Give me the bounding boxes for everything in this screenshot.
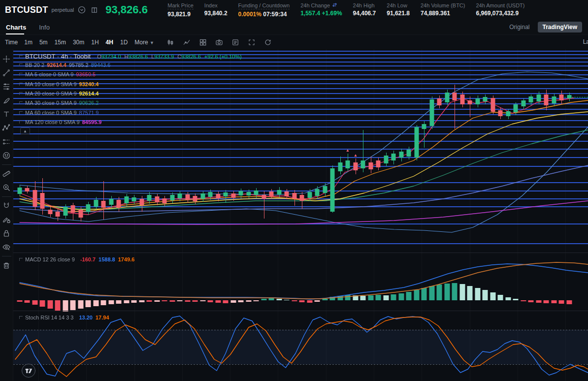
fib-retracement-icon[interactable] [0, 80, 12, 94]
chart-style-icon[interactable] [164, 37, 176, 48]
tab-charts[interactable]: Charts [6, 20, 26, 34]
indicator-value: 13.20 [79, 315, 93, 320]
more-timeframes-button[interactable]: More ▼ [131, 38, 158, 47]
crosshair-icon[interactable] [0, 52, 12, 66]
clipped-right-text: La [583, 38, 588, 45]
trendline-icon[interactable] [0, 66, 12, 80]
stat-label: 24h High [353, 2, 376, 8]
magnet-icon[interactable] [0, 199, 12, 213]
indicators-icon[interactable] [181, 37, 193, 48]
symbol-dropdown-icon[interactable] [77, 5, 86, 14]
chart-title-legend[interactable]: BTCUSDT · 4h · Toobit O93734.0H93826.6L9… [19, 53, 242, 60]
layout-grid-icon[interactable] [197, 37, 209, 48]
indicator-value: 92614.4 [79, 91, 99, 96]
stat-value: 1,557.4 +1.69% [300, 10, 342, 17]
stat-label[interactable]: Mark Price [167, 2, 194, 9]
settings-panel-icon[interactable] [229, 37, 241, 48]
macd-legend[interactable]: MACD 12 26 close 9 -160.71588.81749.6 [19, 256, 134, 262]
trading-app: BTCUSDT perpetual 93,826.6 Mark Price93,… [0, 0, 588, 381]
contract-details-icon[interactable] [90, 5, 98, 14]
chart-mode-tradingview[interactable]: TradingView [538, 22, 582, 32]
camera-icon[interactable] [213, 37, 225, 48]
bar-change: +92.6 (+0.10%) [204, 54, 242, 60]
tradingview-logo[interactable] [22, 364, 35, 378]
legend-marker [19, 55, 23, 58]
indicator-legend-ma-20-close-0-sma-9[interactable]: MA 20 close 0 SMA 992614.4 [19, 91, 98, 96]
stat-value: 91,621.8 [387, 10, 410, 17]
stoch-legend[interactable]: Stoch RSI 14 14 3 3 13.2017.94 [19, 315, 109, 320]
timeframe-15m[interactable]: 15m [51, 38, 69, 47]
swap-icon[interactable] [332, 2, 337, 8]
xabcd-pattern-icon[interactable] [0, 121, 12, 135]
lock-all-icon[interactable] [0, 226, 12, 240]
chart-area: BTCUSDT · 4h · Toobit O93734.0H93826.6L9… [13, 49, 588, 381]
indicator-legend-ma-30-close-0-sma-9[interactable]: MA 30 close 0 SMA 990626.2 [19, 100, 98, 106]
stat-label: 24h Amount (USDT) [476, 2, 524, 8]
hide-all-icon[interactable] [0, 240, 12, 254]
stat-label: 24h Volume (BTC) [421, 2, 465, 8]
indicator-label: BB 20 2 [25, 62, 44, 68]
forecast-icon[interactable] [0, 135, 12, 149]
tabs-bar: Charts Info Original TradingView [0, 20, 588, 35]
stat-value: 0.0001% 07:59:34 [238, 11, 290, 18]
toolbar-divider [2, 164, 11, 165]
stat-index: Index93,840.2 [204, 2, 228, 17]
zoom-in-icon[interactable] [0, 181, 12, 194]
legend-collapse-button[interactable]: ▲ [20, 127, 30, 134]
refresh-icon[interactable] [262, 37, 274, 48]
indicator-value: 93240.4 [79, 81, 99, 87]
draw-lock-icon[interactable] [0, 213, 12, 226]
toolbar-divider [2, 196, 11, 197]
stat-mark-price: Mark Price93,821.9 [167, 2, 194, 18]
chart-title: BTCUSDT · 4h · Toobit [25, 53, 91, 60]
text-icon[interactable] [0, 107, 12, 121]
timeframe-30m[interactable]: 30m [69, 38, 88, 47]
ohlc-values: O93734.0H93826.6L93733.9C93826.6+92.6 (+… [97, 54, 242, 60]
toolbar-divider [2, 256, 11, 256]
stat-label: 24h Low [387, 2, 410, 8]
fullscreen-icon[interactable] [246, 37, 258, 48]
symbol-name[interactable]: BTCUSDT [5, 5, 48, 15]
indicator-label: MA 60 close 0 SMA 9 [25, 110, 77, 116]
indicator-legend-ma-5-close-0-sma-9[interactable]: MA 5 close 0 SMA 993650.5 [19, 71, 96, 77]
ohlc-l: L93733.9 [151, 54, 174, 60]
stat-value: 74,889.361 [421, 10, 465, 17]
tab-info[interactable]: Info [39, 20, 50, 34]
indicator-legend-ma-60-close-0-sma-9[interactable]: MA 60 close 0 SMA 987571.9 [19, 110, 98, 116]
symbol-block: BTCUSDT perpetual [5, 5, 98, 15]
indicator-legend-ma-120-close-0-sma-9[interactable]: MA 120 close 0 SMA 984595.9 [19, 119, 101, 125]
indicator-value: 93650.5 [76, 71, 96, 77]
timeframe-4h[interactable]: 4H [102, 38, 117, 47]
timeframe-1m[interactable]: 1m [21, 38, 36, 47]
stat-24h-change: 24h Change1,557.4 +1.69% [300, 2, 342, 17]
header: BTCUSDT perpetual 93,826.6 Mark Price93,… [0, 0, 588, 20]
indicator-legend-bb-20-2[interactable]: BB 20 292614.495785.289443.6 [19, 62, 110, 68]
timeframe-buttons: 1m5m15m30m1H4H1D [21, 38, 131, 47]
chart-canvas[interactable] [13, 49, 588, 381]
indicator-legend-ma-10-close-0-sma-9[interactable]: MA 10 close 0 SMA 993240.4 [19, 81, 98, 87]
stat-label[interactable]: Funding / Countdown [238, 2, 290, 9]
chart-toolbar: Time 1m5m15m30m1H4H1D More ▼ La [0, 35, 588, 49]
indicator-value: 87571.9 [79, 110, 99, 116]
timeframe-1d[interactable]: 1D [117, 38, 131, 47]
brush-icon[interactable] [0, 94, 12, 107]
timeframe-1h[interactable]: 1H [88, 38, 102, 47]
indicator-label: MA 30 close 0 SMA 9 [25, 100, 77, 106]
chart-mode-original[interactable]: Original [504, 22, 534, 32]
legend-marker [19, 64, 23, 66]
stat-value: 93,840.2 [204, 10, 228, 17]
stat-value: 94,406.7 [353, 10, 376, 17]
market-type-label: perpetual [51, 7, 74, 13]
main-area: BTCUSDT · 4h · Toobit O93734.0H93826.6L9… [0, 49, 588, 381]
timeframe-5m[interactable]: 5m [36, 38, 51, 47]
ruler-icon[interactable] [0, 167, 12, 181]
ohlc-o: O93734.0 [97, 54, 121, 60]
delete-all-icon[interactable] [0, 258, 12, 272]
stat-24h-amount-usdt-: 24h Amount (USDT)6,969,073,432.9 [476, 2, 524, 17]
indicator-label: MA 5 close 0 SMA 9 [25, 71, 73, 77]
indicator-value: 84595.9 [82, 119, 102, 125]
emoji-icon[interactable] [0, 149, 12, 162]
legend-marker [19, 101, 23, 104]
stat-funding-countdown: Funding / Countdown0.0001% 07:59:34 [238, 2, 290, 18]
last-price: 93,826.6 [105, 3, 155, 16]
